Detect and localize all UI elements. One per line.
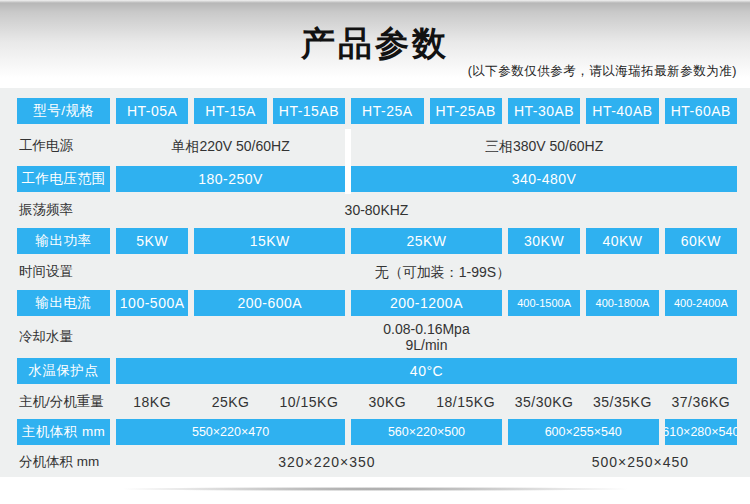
cell-time-setting: 无（可加装：1-99S） <box>129 264 750 280</box>
param-table: 型号/规格HT-05AHT-15AHT-15ABHT-25AHT-25ABHT-… <box>0 88 750 477</box>
cell-main-volume: 560×220×500 <box>351 419 502 445</box>
row-water-temp: 水温保护点40°C <box>17 356 740 386</box>
cell-weight: 35/30KG <box>505 394 583 410</box>
cell-model: HT-15AB <box>273 98 345 124</box>
cell-main-volume: 550×220×470 <box>116 419 345 445</box>
cell-voltage-range: 180-250V <box>116 166 345 192</box>
cell-model: HT-60AB <box>665 98 737 124</box>
cell-main-volume: 600×255×540 <box>508 419 659 445</box>
cell-output-current: 100-500A <box>116 290 188 316</box>
row-label-output-current: 输出电流 <box>17 290 110 316</box>
row-power-supply: 工作电源单相220V 50/60HZ三相380V 50/60HZ <box>17 129 740 163</box>
row-label-main-volume: 主机体积 mm <box>17 419 110 445</box>
cell-weight: 18KG <box>113 394 191 410</box>
row-cooling-water: 冷却水量0.08-0.16Mpa9L/min <box>17 318 740 356</box>
row-label-cooling-water: 冷却水量 <box>17 328 113 346</box>
cell-model: HT-25A <box>351 98 423 124</box>
cell-model: HT-25AB <box>430 98 502 124</box>
page-header: 产品参数 (以下参数仅供参考，请以海瑞拓最新参数为准) <box>0 0 750 88</box>
row-label-model: 型号/规格 <box>17 98 110 124</box>
cell-output-power: 15KW <box>194 228 345 254</box>
row-label-power-supply: 工作电源 <box>17 137 113 155</box>
cell-output-power: 25KW <box>351 228 502 254</box>
cell-voltage-range: 340-480V <box>351 166 737 192</box>
row-label-voltage-range: 工作电压范围 <box>17 166 110 192</box>
row-label-output-power: 输出功率 <box>17 228 110 254</box>
cell-weight: 18/15KG <box>427 394 505 410</box>
row-sub-volume: 分机体积 mm320×220×350500×250×450 <box>17 447 740 477</box>
row-label-time-setting: 时间设置 <box>17 263 113 281</box>
cell-power-supply: 单相220V 50/60HZ <box>113 138 348 154</box>
row-label-weight: 主机/分机重量 <box>17 393 113 411</box>
cell-output-power: 60KW <box>665 228 737 254</box>
page-title: 产品参数 <box>0 0 750 67</box>
cell-weight: 35/35KG <box>583 394 661 410</box>
row-output-power: 输出功率5KW15KW25KW30KW40KW60KW <box>17 225 740 256</box>
row-label-water-temp: 水温保护点 <box>17 358 110 384</box>
bottom-shadow <box>30 486 720 492</box>
cell-main-volume: 610×280×540 <box>665 419 737 445</box>
cell-output-current: 400-1500A <box>508 290 580 316</box>
cell-output-power: 5KW <box>116 228 188 254</box>
cell-water-temp: 40°C <box>116 358 737 384</box>
row-model: 型号/规格HT-05AHT-15AHT-15ABHT-25AHT-25ABHT-… <box>17 93 740 129</box>
row-time-setting: 时间设置无（可加装：1-99S） <box>17 256 740 287</box>
cell-output-current: 200-600A <box>194 290 345 316</box>
cell-output-current: 200-1200A <box>351 290 502 316</box>
cell-model: HT-30AB <box>508 98 580 124</box>
cell-cooling-water: 0.08-0.16Mpa9L/min <box>113 321 740 353</box>
cell-weight: 25KG <box>191 394 269 410</box>
cell-power-supply: 三相380V 50/60HZ <box>348 138 740 154</box>
cell-output-current: 400-1800A <box>586 290 658 316</box>
cell-weight: 37/36KG <box>662 394 740 410</box>
row-output-current: 输出电流100-500A200-600A200-1200A400-1500A40… <box>17 287 740 318</box>
cell-frequency: 30-80KHZ <box>63 202 690 218</box>
cell-sub-volume: 500×250×450 <box>523 454 750 470</box>
cell-output-current: 400-2400A <box>665 290 737 316</box>
row-frequency: 振荡频率30-80KHZ <box>17 194 740 225</box>
cell-model: HT-15A <box>194 98 266 124</box>
product-parameter-page: 产品参数 (以下参数仅供参考，请以海瑞拓最新参数为准) 型号/规格HT-05AH… <box>0 0 750 504</box>
cell-weight: 10/15KG <box>270 394 348 410</box>
row-label-sub-volume: 分机体积 mm <box>17 453 113 471</box>
span-divider <box>345 129 351 194</box>
cell-weight: 30KG <box>348 394 426 410</box>
cell-output-power: 30KW <box>508 228 580 254</box>
row-voltage-range: 工作电压范围180-250V340-480V <box>17 163 740 194</box>
cell-model: HT-05A <box>116 98 188 124</box>
cell-model: HT-40AB <box>586 98 658 124</box>
cell-output-power: 40KW <box>586 228 658 254</box>
row-weight: 主机/分机重量18KG25KG10/15KG30KG18/15KG35/30KG… <box>17 386 740 417</box>
row-main-volume: 主机体积 mm550×220×470560×220×500600×255×540… <box>17 417 740 447</box>
cell-sub-volume: 320×220×350 <box>131 454 523 470</box>
page-footer <box>0 477 750 504</box>
page-subtitle: (以下参数仅供参考，请以海瑞拓最新参数为准) <box>468 63 737 80</box>
